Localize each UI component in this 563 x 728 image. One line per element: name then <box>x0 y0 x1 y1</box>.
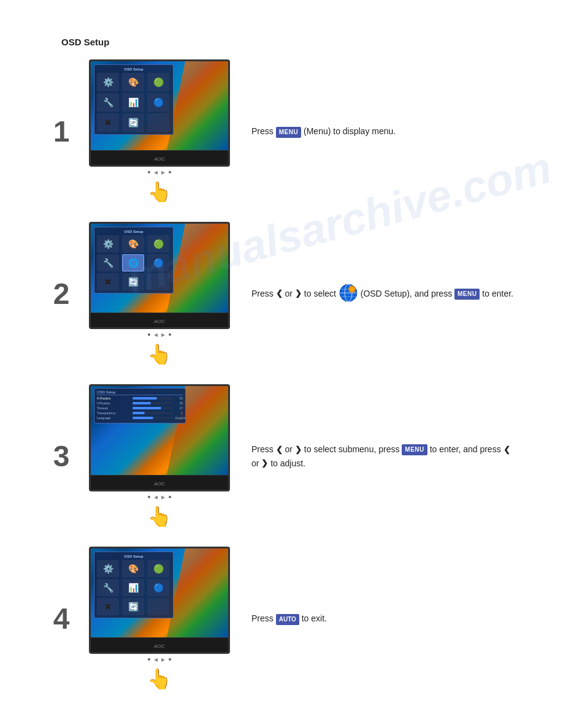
sub-bar-1 <box>132 397 174 400</box>
osd-title-4: OSD Setup <box>97 555 170 558</box>
auto-button: AUTO <box>276 614 299 625</box>
osd-icon-2-1: ⚙️ <box>97 235 119 252</box>
monitor-4-frame: OSD Setup ⚙️ 🎨 🟢 🔧 📊 🔵 ✖ 🔄 <box>89 547 230 654</box>
osd-icon-4-3: 🟢 <box>147 560 169 577</box>
osd-title-2: OSD Setup <box>97 230 170 233</box>
osd-menu-1: OSD Setup ⚙️ 🎨 🟢 🔧 📊 🔵 ✖ 🔄 <box>94 64 174 135</box>
monitor-4-screen: OSD Setup ⚙️ 🎨 🟢 🔧 📊 🔵 ✖ 🔄 <box>91 548 228 637</box>
svg-point-6 <box>350 287 354 292</box>
step-1-description: Press MENU (Menu) to display menu. <box>233 124 526 138</box>
osd-title-1: OSD Setup <box>97 67 170 71</box>
osd-icon-3: 🟢 <box>147 73 169 91</box>
menu-button-1: MENU <box>276 127 301 138</box>
sub-label-3: Timeout <box>97 406 131 410</box>
right-arrow-3b: ❯ <box>261 457 268 470</box>
sub-bar-3 <box>132 407 174 409</box>
step-3-image: OSD Setup H.Position 50 V.Position 38 <box>86 384 233 528</box>
step-2-description: Press ❮ or ❯ to select (OSD Setup), and … <box>233 284 526 304</box>
monitor-3-frame: OSD Setup H.Position 50 V.Position 38 <box>89 384 230 491</box>
osd-sub-row-2: V.Position 38 <box>97 401 183 405</box>
right-arrow-3a: ❯ <box>295 444 302 457</box>
sub-bar-2 <box>132 402 174 404</box>
osd-menu-4: OSD Setup ⚙️ 🎨 🟢 🔧 📊 🔵 ✖ 🔄 <box>94 552 174 618</box>
osd-icon-2-2: 🎨 <box>122 235 144 252</box>
sub-bar-4 <box>132 412 174 414</box>
step-1-row: 1 OSD Setup ⚙️ 🎨 🟢 🔧 📊 🔵 ✖ <box>37 59 526 203</box>
osd-icon-4-7: ✖ <box>97 598 119 615</box>
osd-submenu-3: OSD Setup H.Position 50 V.Position 38 <box>94 388 186 423</box>
osd-icons-2: ⚙️ 🎨 🟢 🔧 🌐 🔵 ✖ 🔄 <box>97 235 170 290</box>
monitor-3-logo: AOC <box>154 481 164 487</box>
step-1-image: OSD Setup ⚙️ 🎨 🟢 🔧 📊 🔵 ✖ 🔄 <box>86 59 233 203</box>
monitor-1-screen: OSD Setup ⚙️ 🎨 🟢 🔧 📊 🔵 ✖ 🔄 <box>91 61 228 150</box>
monitor-4-logo: AOC <box>154 643 164 649</box>
osd-icon-4-6: 🔵 <box>147 579 169 596</box>
osd-icon-2: 🎨 <box>122 73 144 91</box>
osd-icon-4-4: 🔧 <box>97 579 119 596</box>
osd-icon-4-2: 🎨 <box>122 560 144 577</box>
osd-icon-4-1: ⚙️ <box>97 560 119 577</box>
monitor-2-logo: AOC <box>154 319 164 324</box>
left-arrow-3a: ❮ <box>276 444 283 457</box>
left-arrow-3b: ❮ <box>504 444 510 457</box>
monitor-2-frame: OSD Setup ⚙️ 🎨 🟢 🔧 🌐 🔵 ✖ 🔄 <box>89 222 230 329</box>
globe-icon <box>339 283 358 303</box>
osd-icon-4-9 <box>147 598 169 615</box>
osd-icon-9 <box>147 113 169 132</box>
osd-icon-5: 📊 <box>122 93 144 112</box>
osd-menu-2: OSD Setup ⚙️ 🎨 🟢 🔧 🌐 🔵 ✖ 🔄 <box>94 227 174 294</box>
sub-label-2: V.Position <box>97 401 131 405</box>
monitor-2-nav: ◀ ▶ <box>148 329 171 340</box>
monitor-1-nav: ◀ ▶ <box>148 167 171 178</box>
monitor-3-nav: ◀ ▶ <box>148 491 171 502</box>
sub-val-3: 47 <box>175 406 183 410</box>
osd-sub-row-5: Language English <box>97 416 183 420</box>
osd-sub-row-4: Transparency 1 <box>97 411 183 415</box>
hand-pointer-1: 👆 <box>147 180 172 203</box>
monitor-1-logo: AOC <box>154 156 164 162</box>
osd-icon-4-8: 🔄 <box>122 598 144 615</box>
page-title: OSD Setup <box>61 37 563 47</box>
monitor-2-bottom: AOC <box>91 313 228 329</box>
steps-container: 1 OSD Setup ⚙️ 🎨 🟢 🔧 📊 🔵 ✖ <box>0 59 563 709</box>
step-4-description: Press AUTO to exit. <box>233 612 526 625</box>
sub-label-4: Transparency <box>97 411 131 415</box>
osd-icon-1: ⚙️ <box>97 73 119 91</box>
monitor-2-screen: OSD Setup ⚙️ 🎨 🟢 🔧 🌐 🔵 ✖ 🔄 <box>91 224 228 313</box>
osd-sub-row-3: Timeout 47 <box>97 406 183 410</box>
left-arrow-2a: ❮ <box>276 287 283 300</box>
osd-icon-2-9 <box>147 273 169 290</box>
osd-icon-4: 🔧 <box>97 93 119 112</box>
hand-pointer-4: 👆 <box>147 667 172 691</box>
osd-icons-1: ⚙️ 🎨 🟢 🔧 📊 🔵 ✖ 🔄 <box>97 73 170 132</box>
osd-icons-4: ⚙️ 🎨 🟢 🔧 📊 🔵 ✖ 🔄 <box>97 560 170 615</box>
step-3-row: 3 OSD Setup H.Position 50 V.Position <box>37 384 526 528</box>
osd-icon-8: 🔄 <box>122 113 144 132</box>
osd-icon-2-6: 🔵 <box>147 254 169 271</box>
osd-icon-2-4: 🔧 <box>97 254 119 271</box>
hand-pointer-3: 👆 <box>147 505 172 528</box>
hand-pointer-2: 👆 <box>147 343 172 366</box>
step-1-number: 1 <box>37 115 86 148</box>
sub-bar-5 <box>132 417 174 419</box>
osd-icon-2-3: 🟢 <box>147 235 169 252</box>
osd-icon-2-7: ✖ <box>97 273 119 290</box>
sub-val-4: 1 <box>175 411 183 415</box>
step-2-row: 2 OSD Setup ⚙️ 🎨 🟢 🔧 🌐 🔵 ✖ <box>37 222 526 366</box>
osd-icon-4-5: 📊 <box>122 579 144 596</box>
osd-icon-2-5-selected: 🌐 <box>122 254 144 271</box>
osd-icon-2-8: 🔄 <box>122 273 144 290</box>
monitor-1-frame: OSD Setup ⚙️ 🎨 🟢 🔧 📊 🔵 ✖ 🔄 <box>89 59 230 167</box>
menu-button-2: MENU <box>454 289 480 300</box>
sub-label-5: Language <box>97 416 131 420</box>
step-4-number: 4 <box>37 602 86 635</box>
monitor-4-nav: ◀ ▶ <box>148 654 171 665</box>
monitor-3-screen: OSD Setup H.Position 50 V.Position 38 <box>91 386 228 475</box>
osd-sub-row-1: H.Position 50 <box>97 396 183 400</box>
monitor-1-bottom: AOC <box>91 150 228 167</box>
osd-icon-6: 🔵 <box>147 93 169 112</box>
menu-button-3: MENU <box>402 444 427 455</box>
sub-val-5: English <box>175 416 183 420</box>
step-3-number: 3 <box>37 439 86 473</box>
right-arrow-2a: ❯ <box>295 287 302 300</box>
